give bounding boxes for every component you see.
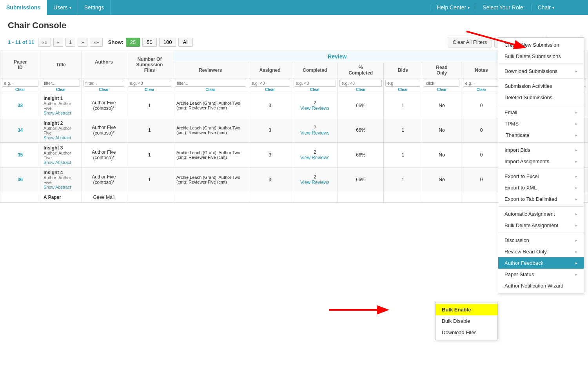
pager-page1[interactable]: 1 (65, 38, 75, 47)
filter-reviewers-input[interactable] (175, 80, 246, 87)
dropdown-item-submission-activities[interactable]: Submission Activities (498, 80, 584, 92)
dropdown-item-import-assignments[interactable]: Import Assignments▸ (498, 156, 584, 167)
filter-title: Clear (40, 78, 82, 93)
filter-paper-id-input[interactable] (2, 80, 38, 87)
filter-clear-files[interactable]: Clear (128, 87, 171, 92)
cell-title: Insight 3 Author: Author Five Show Abstr… (40, 143, 82, 167)
cell-authors: Geee Mail (82, 192, 126, 203)
show-all[interactable]: All (178, 38, 192, 47)
filter-clear-bids[interactable]: Clear (385, 87, 420, 92)
show-50[interactable]: 50 (142, 38, 156, 47)
cell-read-only: No (422, 167, 461, 192)
cell-title: Insight 4 Author: Author Five Show Abstr… (40, 167, 82, 192)
view-reviews-link[interactable]: View Reviews (300, 106, 329, 111)
cell-assigned: 3 (248, 143, 292, 167)
filter-num-files-input[interactable] (128, 80, 171, 87)
cell-paper-id (0, 192, 40, 203)
dropdown-item-export-to-xml[interactable]: Export to XML▸ (498, 182, 584, 193)
filter-clear-pct[interactable]: Clear (339, 87, 382, 92)
nav-help-center[interactable]: Help Center ▾ (430, 4, 476, 11)
dropdown-item-export-to-excel[interactable]: Export to Excel▸ (498, 171, 584, 182)
filter-clear-notes[interactable]: Clear (463, 87, 499, 92)
filter-clear-completed[interactable]: Clear (294, 87, 336, 92)
pager-prev[interactable]: « (53, 38, 63, 47)
col-read-only: ReadOnly (422, 62, 461, 78)
show-100[interactable]: 100 (159, 38, 176, 47)
paper-author: Author: Author Five (44, 101, 78, 111)
filter-authors-input[interactable] (83, 80, 124, 87)
cell-bids: 1 (384, 143, 422, 167)
dropdown-item-deleted-submissions[interactable]: Deleted Submissions (498, 92, 584, 103)
show-abstract-link[interactable]: Show Abstract (44, 135, 78, 140)
filter-bids-input[interactable] (385, 80, 420, 87)
cell-authors: Author Five (contoso)* (82, 167, 126, 192)
nav-settings[interactable]: Settings (78, 0, 111, 15)
dropdown-item-import-bids[interactable]: Import Bids▸ (498, 144, 584, 156)
filter-clear-reviewers[interactable]: Clear (175, 87, 246, 92)
cell-pct-completed (338, 192, 384, 203)
filter-num-files: Clear (126, 78, 173, 93)
filter-title-input[interactable] (42, 80, 80, 87)
dropdown-item-ithenticate[interactable]: iThenticate▸ (498, 129, 584, 141)
dropdown-divider (498, 64, 584, 64)
filter-reviewers: Clear (173, 78, 248, 93)
filter-read-only-input[interactable] (424, 80, 459, 87)
nav-users[interactable]: Users ▾ (47, 0, 78, 15)
dropdown-item-create-new-submission[interactable]: Create New Submission (498, 39, 584, 51)
dropdown-divider (498, 78, 584, 79)
filter-pct-input[interactable] (339, 80, 382, 87)
cell-authors: Author Five (contoso)* (82, 118, 126, 143)
cell-completed: 2 View Reviews (292, 93, 338, 118)
view-reviews-link[interactable]: View Reviews (300, 180, 329, 185)
filter-clear-assigned[interactable]: Clear (250, 87, 290, 92)
filter-clear-id[interactable]: Clear (2, 87, 38, 92)
col-pct-completed: %Completed (338, 62, 384, 78)
dropdown-item-tpms[interactable]: TPMS▸ (498, 118, 584, 129)
show-abstract-link[interactable]: Show Abstract (44, 185, 78, 189)
nav-chair[interactable]: Chair ▾ (531, 4, 561, 11)
cell-completed: 2 View Reviews (292, 118, 338, 143)
cell-read-only: No (422, 118, 461, 143)
cell-num-files: 1 (126, 118, 173, 143)
pager-first[interactable]: «« (38, 38, 51, 47)
nav-right-group: Help Center ▾ Select Your Role: Chair ▾ (430, 0, 588, 15)
cell-reviewers: Archie Leach (Grant); Author Two (cmt); … (173, 143, 248, 167)
filter-clear-title[interactable]: Clear (42, 87, 80, 92)
filter-paper-id: Clear (0, 78, 40, 93)
cell-authors: Author Five (contoso)* (82, 143, 126, 167)
col-assigned: Assigned (248, 62, 292, 78)
filter-notes-input[interactable] (463, 80, 499, 87)
view-reviews-link[interactable]: View Reviews (300, 130, 329, 136)
filter-assigned: Clear (248, 78, 292, 93)
clear-all-filters-button[interactable]: Clear All Filters (448, 37, 492, 47)
cell-pct-completed: 66% (338, 118, 384, 143)
top-navigation: Submissions Users ▾ Settings Help Center… (0, 0, 588, 15)
dropdown-arrow-icon: ▸ (575, 174, 577, 178)
dropdown-item-bulk-delete-submissions[interactable]: Bulk Delete Submissions (498, 51, 584, 62)
filter-assigned-input[interactable] (250, 80, 290, 87)
dropdown-item-export-to-tab-delimited[interactable]: Export to Tab Delimited▸ (498, 193, 584, 203)
filter-completed-input[interactable] (294, 80, 336, 87)
show-abstract-link[interactable]: Show Abstract (44, 160, 78, 165)
nav-submissions[interactable]: Submissions (0, 0, 47, 15)
filter-clear-authors[interactable]: Clear (83, 87, 124, 92)
cell-num-files: 1 (126, 167, 173, 192)
dropdown-arrow-icon: ▸ (575, 148, 577, 152)
help-caret-icon: ▾ (468, 5, 470, 10)
dropdown-item-download-submissions[interactable]: Download Submissions▸ (498, 66, 584, 77)
dropdown-item-email[interactable]: Email▸ (498, 107, 584, 118)
paper-title: Insight 4 (44, 170, 78, 175)
cell-pct-completed: 66% (338, 167, 384, 192)
pager-next[interactable]: » (78, 38, 87, 47)
pager-last[interactable]: »» (90, 38, 102, 47)
dropdown-arrow-icon: ▸ (575, 110, 577, 115)
view-reviews-link[interactable]: View Reviews (300, 155, 329, 160)
dropdown-arrow-icon: ▸ (575, 186, 577, 190)
cell-title: Insight 2 Author: Author Five Show Abstr… (40, 118, 82, 143)
col-bids: Bids (384, 62, 422, 78)
show-abstract-link[interactable]: Show Abstract (44, 111, 78, 115)
filter-clear-read-only[interactable]: Clear (424, 87, 459, 92)
cell-assigned (248, 192, 292, 203)
show-25[interactable]: 25 (126, 38, 140, 47)
cell-notes: 0 (461, 143, 501, 167)
